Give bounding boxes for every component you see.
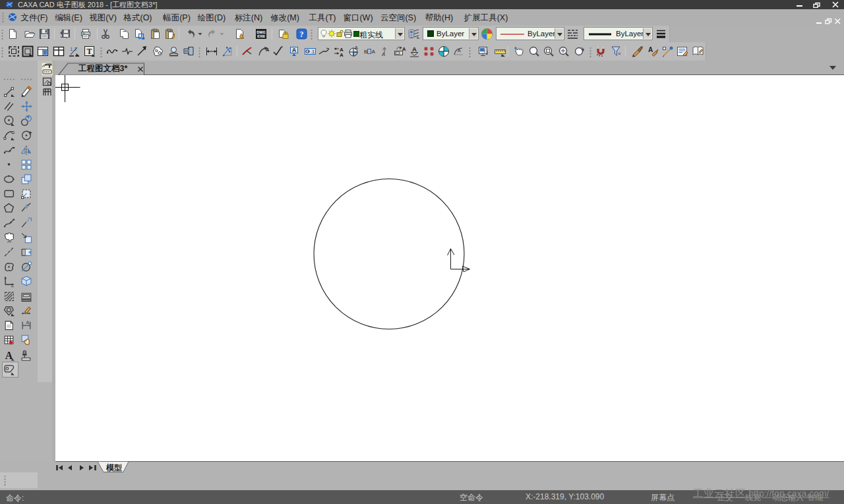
svg-text:A: A	[372, 49, 376, 55]
svg-text:A: A	[402, 46, 406, 52]
svg-text:A: A	[382, 51, 385, 57]
svg-text:1: 1	[70, 46, 73, 52]
svg-text:A: A	[648, 46, 653, 53]
svg-text:B: B	[364, 49, 367, 55]
svg-text:A: A	[458, 48, 461, 53]
svg-text:DWG: DWG	[256, 30, 266, 34]
svg-text:A: A	[292, 47, 296, 53]
svg-text:?: ?	[300, 30, 304, 39]
svg-text:A: A	[26, 320, 29, 325]
svg-text:A: A	[340, 52, 344, 57]
svg-text:A: A	[266, 47, 270, 53]
svg-text:.1: .1	[311, 49, 315, 55]
svg-text:A: A	[412, 45, 417, 53]
svg-text:EXB: EXB	[257, 34, 265, 38]
svg-text:T: T	[86, 47, 92, 56]
svg-text:A: A	[355, 45, 358, 50]
